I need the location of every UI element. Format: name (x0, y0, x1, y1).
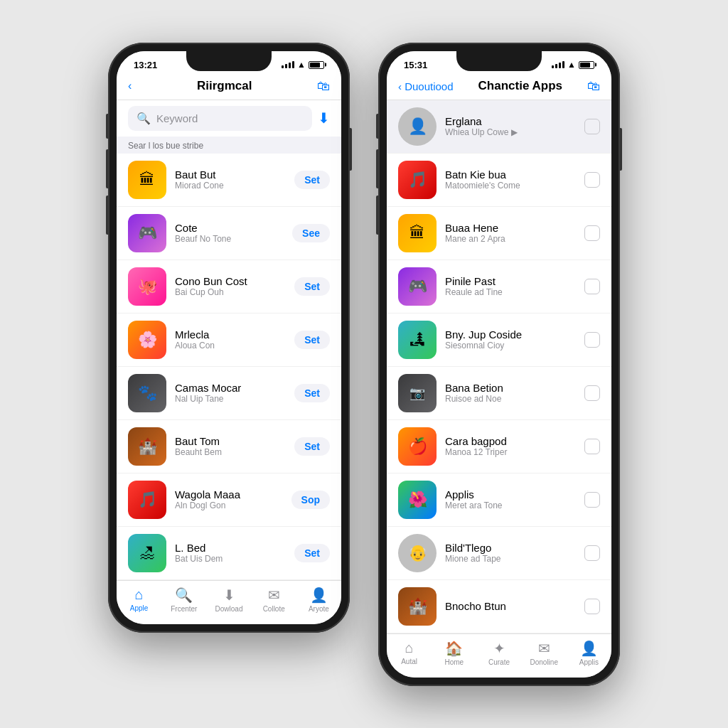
checkbox-p6[interactable] (584, 439, 600, 454)
checkbox-p5[interactable] (584, 385, 600, 401)
search-magnifier-1: 🔍 (136, 112, 151, 125)
tab-icon-home2: 🏠 (445, 640, 463, 657)
nav-back-2[interactable]: ‹ Duoutiood (398, 80, 454, 92)
app-info-4: Camas Mocar Nal Uip Tane (175, 382, 286, 404)
app-btn-1[interactable]: See (292, 224, 330, 242)
checkbox-p2[interactable] (584, 225, 600, 241)
tab-label-apple: Apple (130, 604, 149, 612)
app-info-p1: Batn Kie bua Matoomiele's Come (445, 168, 576, 191)
list-item: 🏰 Baut Tom Beauht Bem Set (117, 420, 341, 473)
app-name-4: Camas Mocar (175, 382, 286, 394)
app-sub-7: Bat Uis Dem (175, 554, 286, 564)
checkbox-p1[interactable] (584, 172, 600, 188)
app-icon-p2: 🏛 (398, 214, 437, 252)
app-btn-3[interactable]: Set (294, 331, 330, 349)
bar2 (285, 64, 287, 68)
nav-back-1[interactable]: ‹ (128, 80, 132, 92)
list-item: 🎮 Pinile Past Reaule ad Tine (387, 260, 611, 314)
tab-item-curate[interactable]: ✦ Curate (476, 640, 521, 666)
list-item: 📷 Bana Betion Ruisoe ad Noe (387, 367, 611, 420)
wifi-icon-1: ▲ (297, 60, 306, 70)
app-sub-p1: Matoomiele's Come (445, 181, 576, 191)
app-name-5: Baut Tom (175, 435, 286, 447)
list-item: 🌺 Applis Meret ara Tone (387, 473, 611, 527)
app-icon-4: 🐾 (128, 374, 166, 412)
bar1b (552, 65, 554, 68)
bar1 (282, 65, 284, 68)
app-icon-0: 🏛 (128, 161, 166, 199)
checkbox-p4[interactable] (584, 332, 600, 348)
checkbox-p3[interactable] (584, 279, 600, 294)
search-placeholder-1: Keyword (156, 112, 198, 124)
tab-icon-autal: ⌂ (405, 640, 414, 656)
app-info-6: Wagola Maaa Aln Dogl Gon (175, 488, 283, 510)
checkbox-p8[interactable] (584, 545, 600, 561)
bar4b (562, 61, 564, 68)
phone-2: 15:31 ▲ ‹ Duoutiood Chanc (378, 43, 620, 686)
app-name-p3: Pinile Past (445, 275, 576, 287)
list-item: 🐙 Cono Bun Cost Bai Cup Ouh Set (117, 260, 341, 314)
app-sub-2: Bai Cup Ouh (175, 287, 286, 297)
tab-item-applis[interactable]: 👤 Applis (567, 640, 611, 666)
battery-fill-2 (580, 63, 590, 68)
app-name-7: L. Bed (175, 542, 286, 554)
tab-label-dowload: Dowload (215, 605, 243, 613)
section-header-1: Sear l los bue stribe (117, 136, 341, 154)
filter-icon-1[interactable]: ⬇ (318, 109, 330, 127)
bar4 (292, 61, 294, 68)
tab-item-apple[interactable]: ⌂ Apple (117, 587, 161, 613)
app-btn-0[interactable]: Set (294, 171, 330, 189)
app-info-p7: Applis Meret ara Tone (445, 488, 576, 510)
checkbox-p9[interactable] (584, 599, 600, 614)
app-info-p6: Cara bagpod Manoa 12 Triper (445, 435, 576, 457)
list-item: 🏛 Buaa Hene Mane an 2 Apra (387, 207, 611, 260)
app-btn-7[interactable]: Set (294, 544, 330, 562)
tab-item-collote[interactable]: ✉ Collote (252, 587, 296, 613)
checkbox-p7[interactable] (584, 492, 600, 508)
list-item: 🏖 L. Bed Bat Uis Dem Set (117, 527, 341, 580)
tab-item-frcenter[interactable]: 🔍 Frcenter (161, 587, 206, 613)
app-icon-p7: 🌺 (398, 481, 437, 519)
app-name-1: Cote (175, 222, 284, 234)
app-info-3: Mrlecla Aloua Con (175, 328, 286, 350)
status-bar-2: 15:31 ▲ (387, 51, 611, 73)
tab-label-applis: Applis (579, 658, 599, 666)
app-sub-p8: Mione ad Tape (445, 554, 576, 564)
tab-item-dowload[interactable]: ⬇ Dowload (206, 587, 251, 613)
app-info-p8: Bild'Tlego Mione ad Tape (445, 542, 576, 564)
app-btn-4[interactable]: Set (294, 384, 330, 402)
notch-1 (186, 51, 272, 71)
nav-cart-icon-1[interactable]: 🛍 (317, 79, 330, 94)
app-btn-2[interactable]: Set (294, 277, 330, 296)
nav-cart-icon-2[interactable]: 🛍 (587, 79, 600, 94)
tab-icon-applis: 👤 (580, 640, 598, 657)
status-icons-2: ▲ (552, 60, 594, 70)
tab-item-donoline[interactable]: ✉ Donoline (522, 640, 567, 666)
tab-label-home2: Home (444, 658, 464, 666)
list-item: 👤 Erglana Whiea Ulp Cowe ▶ (387, 100, 611, 154)
tab-item-aryote[interactable]: 👤 Aryote (296, 587, 341, 613)
tab-icon-curate: ✦ (493, 640, 505, 657)
app-icon-1: 🎮 (128, 214, 166, 252)
list-item: 🌸 Mrlecla Aloua Con Set (117, 314, 341, 367)
app-sub-4: Nal Uip Tane (175, 394, 286, 404)
wifi-icon-2: ▲ (567, 60, 576, 70)
tab-label-aryote: Aryote (309, 605, 329, 613)
app-name-p6: Cara bagpod (445, 435, 576, 447)
tab-item-home2[interactable]: 🏠 Home (432, 640, 476, 666)
app-name-p5: Bana Betion (445, 382, 576, 394)
app-info-7: L. Bed Bat Uis Dem (175, 542, 286, 564)
app-btn-6[interactable]: Sop (291, 491, 330, 509)
tab-item-autal[interactable]: ⌂ Autal (387, 640, 432, 666)
app-name-6: Wagola Maaa (175, 488, 283, 500)
app-sub-p3: Reaule ad Tine (445, 287, 576, 297)
app-btn-5[interactable]: Set (294, 437, 330, 456)
app-info-p4: Bny. Jup Coside Siesomnal Cioy (445, 328, 576, 350)
battery-1 (309, 61, 324, 69)
app-list-2: 👤 Erglana Whiea Ulp Cowe ▶ 🎵 Batn Kie bu… (387, 100, 611, 633)
search-input-1[interactable]: 🔍 Keyword (128, 106, 312, 131)
app-sub-5: Beauht Bem (175, 447, 286, 457)
checkbox-p0[interactable] (584, 119, 600, 134)
app-list-1: 🏛 Baut But Miorad Cone Set 🎮 Cote Beauf … (117, 154, 341, 580)
list-item: 🏰 Bnocho Btun (387, 580, 611, 633)
